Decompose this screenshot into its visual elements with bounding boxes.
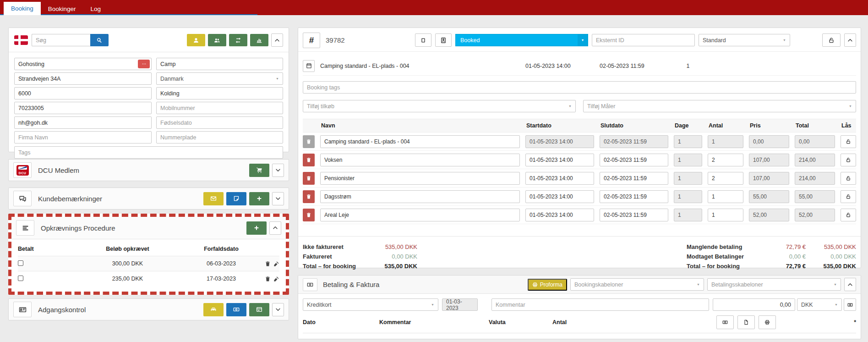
- booking-templates-select[interactable]: Bookingskabeloner▼: [570, 278, 704, 291]
- payment-method-select[interactable]: Kreditkort▼: [303, 298, 438, 311]
- procedure-collapse-button[interactable]: [269, 221, 281, 235]
- item-start-input[interactable]: [525, 209, 594, 221]
- customer-name-field[interactable]: [14, 58, 152, 70]
- access-cards-button[interactable]: [249, 303, 269, 316]
- notes-add-button[interactable]: [249, 192, 269, 205]
- item-start-input[interactable]: [525, 135, 594, 148]
- customer-group-button[interactable]: [208, 34, 226, 46]
- item-end-input[interactable]: [600, 190, 668, 203]
- item-lock-button[interactable]: [841, 209, 856, 221]
- search-button[interactable]: [90, 34, 109, 46]
- customer-collapse-button[interactable]: [271, 33, 283, 47]
- tab-bookinger[interactable]: Bookinger: [41, 3, 83, 15]
- add-meter-select[interactable]: Tilføj Måler▼: [583, 100, 856, 112]
- booking-customer-card-button[interactable]: [435, 33, 452, 47]
- plate-field[interactable]: [156, 131, 283, 143]
- booking-select-button[interactable]: [415, 33, 431, 47]
- item-end-input[interactable]: [600, 135, 668, 148]
- booking-status-select[interactable]: Booked ▼: [455, 34, 588, 46]
- booking-lock-button[interactable]: [822, 33, 841, 47]
- customer-tags-field[interactable]: [14, 146, 283, 159]
- item-start-input[interactable]: [525, 190, 594, 203]
- payment-currency-select[interactable]: DKK▼: [797, 298, 842, 311]
- item-end-input[interactable]: [600, 154, 668, 166]
- delete-item-button[interactable]: [303, 135, 315, 148]
- customer-stats-button[interactable]: [250, 34, 268, 46]
- item-qty-input[interactable]: [708, 172, 743, 185]
- item-name-input[interactable]: [320, 190, 520, 203]
- item-name-input[interactable]: [320, 154, 520, 166]
- item-name-input[interactable]: [320, 209, 520, 221]
- item-qty-input[interactable]: [708, 209, 743, 221]
- zip-field[interactable]: [14, 87, 152, 99]
- gavel-icon[interactable]: [273, 276, 279, 282]
- delete-item-button[interactable]: [303, 172, 315, 185]
- notes-note-button[interactable]: [226, 192, 246, 205]
- country-select[interactable]: Danmark▼: [156, 72, 283, 85]
- item-lock-button[interactable]: [841, 190, 856, 203]
- gavel-icon[interactable]: [273, 261, 279, 267]
- add-addon-select[interactable]: Tilføj tilkøb▼: [303, 100, 576, 112]
- item-end-input[interactable]: [600, 209, 668, 221]
- trash-icon[interactable]: [265, 276, 271, 282]
- calendar-icon[interactable]: [303, 60, 315, 72]
- city-field[interactable]: [156, 87, 283, 99]
- camp-field[interactable]: [156, 58, 283, 70]
- paid-checkbox[interactable]: [18, 260, 23, 266]
- paid-checkbox[interactable]: [18, 276, 23, 281]
- dcu-shop-button[interactable]: [249, 164, 269, 177]
- mobile-field[interactable]: [156, 102, 283, 114]
- col-forfaldsdato: Forfaldsdato: [187, 246, 256, 252]
- access-payment-button[interactable]: [226, 303, 246, 316]
- tab-booking[interactable]: Booking: [4, 2, 41, 15]
- notes-expand-button[interactable]: [272, 192, 284, 205]
- booking-collapse-button[interactable]: [844, 33, 856, 47]
- item-lock-button[interactable]: [841, 172, 856, 185]
- birthdate-field[interactable]: [156, 116, 283, 129]
- phone-field[interactable]: [14, 102, 152, 114]
- company-field[interactable]: [14, 131, 152, 143]
- delete-item-button[interactable]: [303, 190, 315, 203]
- payments-document-button[interactable]: [737, 315, 755, 329]
- email-field[interactable]: [14, 116, 152, 129]
- customer-more-button[interactable]: [138, 60, 150, 68]
- status-value: Booked: [460, 37, 480, 44]
- summary-dkk-value: 0,00 DKK: [806, 252, 856, 261]
- item-qty-input[interactable]: [708, 190, 743, 203]
- payment-amount-field[interactable]: [713, 298, 795, 311]
- items-table-body: [303, 132, 856, 224]
- payment-comment-field[interactable]: [491, 298, 709, 311]
- proforma-button[interactable]: Proforma: [528, 279, 567, 291]
- dcu-expand-button[interactable]: [272, 164, 284, 177]
- payments-print-button[interactable]: [759, 315, 776, 329]
- booking-tags-field[interactable]: [303, 81, 856, 94]
- customer-search-input[interactable]: [32, 34, 90, 46]
- notes-mail-button[interactable]: [203, 192, 224, 205]
- customer-profile-button[interactable]: [187, 34, 205, 46]
- delete-item-button[interactable]: [303, 209, 315, 221]
- access-expand-button[interactable]: [272, 303, 284, 316]
- add-payment-button[interactable]: [844, 298, 856, 311]
- item-qty-input[interactable]: [708, 135, 743, 148]
- payment-date-field[interactable]: 01-03-2023: [442, 298, 478, 311]
- tab-log[interactable]: Log: [83, 3, 109, 15]
- procedure-add-button[interactable]: [246, 221, 267, 235]
- item-start-input[interactable]: [525, 172, 594, 185]
- item-start-input[interactable]: [525, 154, 594, 166]
- address-field[interactable]: [14, 72, 152, 85]
- payment-collapse-button[interactable]: [844, 278, 856, 291]
- item-lock-button[interactable]: [841, 154, 856, 166]
- booking-category-select[interactable]: Standard▼: [699, 34, 790, 46]
- external-id-field[interactable]: [592, 34, 695, 46]
- item-lock-button[interactable]: [841, 135, 856, 148]
- payment-templates-select[interactable]: Betalingsskabeloner▼: [707, 278, 841, 291]
- payments-money-button[interactable]: [716, 315, 734, 329]
- customer-transfer-button[interactable]: [229, 34, 247, 46]
- delete-item-button[interactable]: [303, 154, 315, 166]
- item-name-input[interactable]: [320, 172, 520, 185]
- access-vehicle-button[interactable]: [203, 303, 224, 316]
- trash-icon[interactable]: [265, 261, 271, 267]
- item-qty-input[interactable]: [708, 154, 743, 166]
- item-end-input[interactable]: [600, 172, 668, 185]
- item-name-input[interactable]: [320, 135, 520, 148]
